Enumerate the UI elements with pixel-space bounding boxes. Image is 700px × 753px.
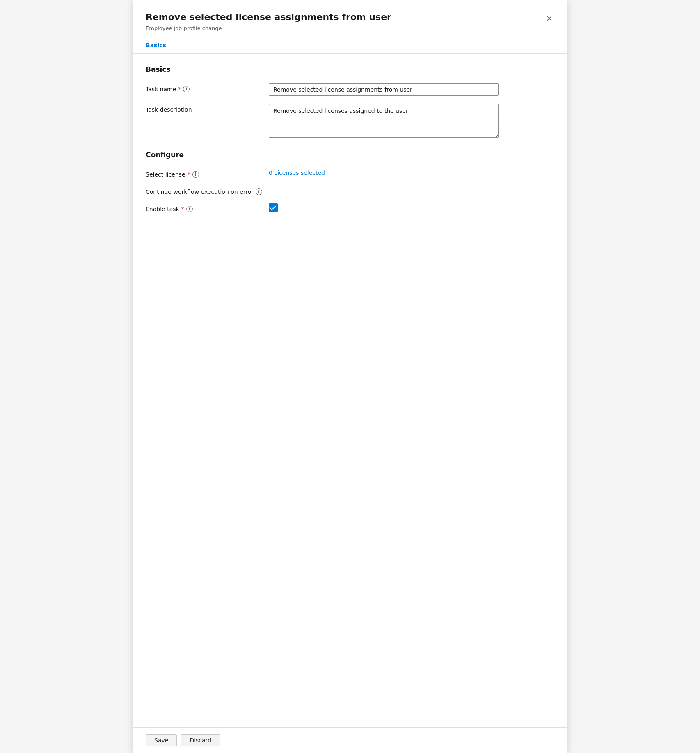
configure-section: Configure Select license * i 0 Licenses … — [146, 151, 554, 212]
task-description-label: Task description — [146, 104, 269, 113]
task-name-row: Task name * i — [146, 83, 554, 96]
tabs-bar: Basics — [133, 38, 567, 54]
task-name-label: Task name * i — [146, 83, 269, 92]
dialog-container: Remove selected license assignments from… — [133, 0, 567, 753]
select-license-label: Select license * i — [146, 169, 269, 178]
select-license-row: Select license * i 0 Licenses selected — [146, 169, 554, 178]
continue-workflow-row: Continue workflow execution on error i — [146, 186, 554, 195]
enable-task-info-icon: i — [186, 206, 193, 212]
dialog-footer: Save Discard — [133, 727, 567, 753]
enable-task-checkbox[interactable] — [269, 203, 278, 212]
enable-task-required: * — [181, 206, 184, 212]
basics-section-heading: Basics — [146, 65, 554, 73]
select-license-info-icon: i — [192, 171, 199, 178]
save-button[interactable]: Save — [146, 734, 177, 746]
task-name-input[interactable] — [269, 83, 499, 96]
task-name-info-icon: i — [183, 86, 190, 92]
task-description-row: Task description Remove selected license… — [146, 104, 554, 139]
close-button[interactable]: × — [544, 12, 554, 24]
configure-section-heading: Configure — [146, 151, 554, 159]
task-description-input[interactable]: Remove selected licenses assigned to the… — [269, 104, 499, 138]
dialog-title: Remove selected license assignments from… — [146, 11, 391, 23]
dialog-subtitle: Employee job profile change — [146, 25, 391, 31]
continue-workflow-checkbox[interactable] — [269, 186, 276, 193]
tab-basics[interactable]: Basics — [146, 38, 166, 53]
select-license-required: * — [188, 171, 190, 178]
select-license-control: 0 Licenses selected — [269, 169, 554, 177]
continue-workflow-label: Continue workflow execution on error i — [146, 186, 269, 195]
enable-task-control — [269, 203, 554, 212]
task-name-control — [269, 83, 554, 96]
enable-task-label: Enable task * i — [146, 203, 269, 212]
discard-button[interactable]: Discard — [181, 734, 220, 746]
task-description-control: Remove selected licenses assigned to the… — [269, 104, 554, 139]
dialog-header: Remove selected license assignments from… — [133, 0, 567, 38]
continue-workflow-info-icon: i — [256, 188, 262, 195]
dialog-title-group: Remove selected license assignments from… — [146, 11, 391, 31]
license-link[interactable]: 0 Licenses selected — [269, 170, 325, 176]
continue-workflow-control — [269, 186, 554, 193]
task-name-required: * — [178, 86, 181, 92]
enable-task-row: Enable task * i — [146, 203, 554, 212]
dialog-content: Basics Task name * i Task description Re… — [133, 54, 567, 727]
